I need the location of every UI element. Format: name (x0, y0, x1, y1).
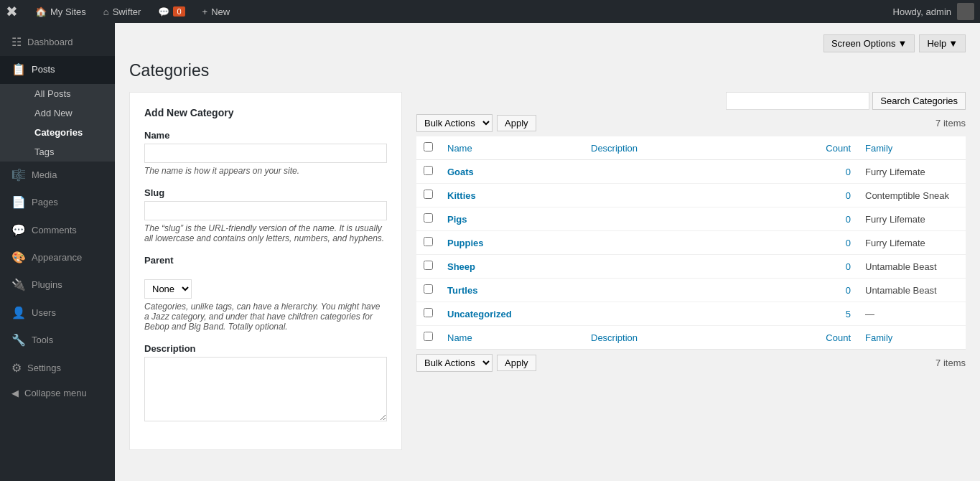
search-input[interactable] (726, 92, 869, 110)
row-checkbox[interactable] (424, 308, 433, 317)
header-count-col: Count (801, 136, 858, 160)
sidebar-sub-add-new[interactable]: Add New (9, 103, 115, 123)
my-sites-label: My Sites (50, 6, 86, 17)
sidebar-item-dashboard[interactable]: ☷ Dashboard (0, 29, 115, 56)
category-name-link[interactable]: Turtles (447, 285, 477, 296)
sidebar-item-appearance[interactable]: 🎨 Appearance (0, 244, 115, 271)
row-count-cell: 0 (801, 184, 858, 207)
row-name-cell: Kitties (440, 184, 584, 207)
slug-label: Slug (144, 187, 387, 198)
sidebar-sub-all-posts[interactable]: All Posts (9, 84, 115, 103)
screen-options-label: Screen Options (831, 38, 896, 49)
row-checkbox[interactable] (424, 261, 433, 270)
table-row: Kitties 0 Contemptible Sneak (416, 184, 966, 207)
collapse-icon: ◀ (11, 388, 19, 398)
footer-family-col: Family (858, 326, 966, 350)
row-checkbox-cell (416, 160, 440, 184)
category-count-link[interactable]: 0 (846, 214, 851, 225)
row-checkbox[interactable] (424, 284, 433, 294)
help-button[interactable]: Help ▼ (919, 34, 966, 52)
category-count-link[interactable]: 0 (846, 238, 851, 248)
family-col-link[interactable]: Family (865, 143, 892, 154)
sidebar-item-users[interactable]: 👤 Users (0, 299, 115, 327)
row-name-cell: Goats (440, 160, 584, 184)
category-family: — (865, 309, 874, 319)
name-field-group: Name The name is how it appears on your … (144, 130, 387, 176)
sidebar-item-pages[interactable]: 📄 Pages (0, 189, 115, 216)
adminbar-right: Howdy, admin (893, 3, 974, 20)
description-col-link[interactable]: Description (591, 143, 638, 154)
help-arrow: ▼ (948, 38, 958, 49)
main-content: Screen Options ▼ Help ▼ Categories Add N… (115, 23, 980, 481)
name-hint: The name is how it appears on your site. (144, 166, 387, 176)
sidebar-sub-categories[interactable]: Categories (9, 123, 115, 142)
category-name-link[interactable]: Goats (447, 167, 474, 177)
sidebar-item-plugins[interactable]: 🔌 Plugins (0, 271, 115, 299)
category-name-link[interactable]: Sheep (447, 261, 475, 272)
parent-label: Parent (144, 255, 387, 266)
sidebar-sub-tags[interactable]: Tags (9, 142, 115, 162)
row-name-cell: Pigs (440, 207, 584, 231)
row-desc-cell (584, 207, 801, 231)
apply-button-top[interactable]: Apply (497, 115, 536, 131)
row-checkbox[interactable] (424, 190, 433, 199)
row-name-cell: Sheep (440, 255, 584, 279)
sidebar-item-comments[interactable]: 💬 Comments (0, 217, 115, 244)
home-icon: ⌂ (103, 6, 109, 17)
category-count-link[interactable]: 0 (846, 167, 851, 177)
sidebar-item-media[interactable]: 🎼 Media (0, 162, 115, 189)
category-name-link[interactable]: Uncategorized (447, 309, 512, 319)
row-desc-cell (584, 184, 801, 207)
category-count-link[interactable]: 0 (846, 285, 851, 296)
category-count-link[interactable]: 0 (846, 261, 851, 272)
sidebar-pages-label: Pages (32, 196, 58, 209)
sidebar-item-tools[interactable]: 🔧 Tools (0, 327, 115, 354)
sidebar-comments-label: Comments (32, 224, 77, 237)
category-count-link[interactable]: 5 (846, 309, 851, 319)
count-col-link[interactable]: Count (826, 143, 851, 154)
category-count-link[interactable]: 0 (846, 190, 851, 201)
table-footer-row: Name Description Count Family (416, 326, 966, 350)
search-categories-button[interactable]: Search Categories (872, 92, 966, 110)
row-checkbox[interactable] (424, 213, 433, 223)
select-all-checkbox-top[interactable] (424, 142, 433, 151)
row-name-cell: Uncategorized (440, 302, 584, 326)
footer-family-col-link[interactable]: Family (865, 332, 892, 343)
collapse-menu[interactable]: ◀ Collapse menu (0, 382, 115, 404)
wp-logo[interactable]: ✖ (6, 3, 18, 20)
name-input[interactable] (144, 144, 387, 163)
parent-select[interactable]: None (144, 279, 192, 299)
name-col-link[interactable]: Name (447, 143, 472, 154)
select-all-checkbox-bottom[interactable] (424, 332, 433, 341)
screen-options-button[interactable]: Screen Options ▼ (823, 34, 915, 52)
category-name-link[interactable]: Puppies (447, 238, 484, 248)
row-name-cell: Puppies (440, 231, 584, 255)
row-checkbox[interactable] (424, 166, 433, 175)
footer-description-col-link[interactable]: Description (591, 332, 638, 343)
category-family: Untamable Beast (865, 261, 937, 272)
site-name-link[interactable]: ⌂ Swifter (95, 0, 150, 23)
category-name-link[interactable]: Kitties (447, 190, 476, 201)
table-header-row: Name Description Count Family (416, 136, 966, 160)
my-sites-menu[interactable]: 🏠 My Sites (27, 0, 95, 23)
apply-button-bottom[interactable]: Apply (497, 355, 536, 371)
footer-count-col-link[interactable]: Count (826, 332, 851, 343)
pages-icon: 📄 (11, 195, 26, 210)
sidebar-item-posts[interactable]: 📋 Posts (0, 56, 115, 83)
desc-textarea[interactable] (144, 357, 387, 421)
footer-count-col: Count (801, 326, 858, 350)
collapse-label: Collapse menu (24, 388, 87, 398)
bulk-actions-select-bottom[interactable]: Bulk Actions (416, 354, 493, 372)
admin-bar: ✖ 🏠 My Sites ⌂ Swifter 💬 0 + New Howdy, … (0, 0, 980, 23)
sidebar-item-settings[interactable]: ⚙ Settings (0, 355, 115, 382)
bulk-actions-select-top[interactable]: Bulk Actions (416, 114, 493, 132)
category-name-link[interactable]: Pigs (447, 214, 467, 225)
row-checkbox[interactable] (424, 237, 433, 246)
parent-hint: Categories, unlike tags, can have a hier… (144, 302, 387, 332)
categories-table: Name Description Count Family (416, 136, 966, 350)
new-content-menu[interactable]: + New (194, 0, 239, 23)
slug-input[interactable] (144, 201, 387, 220)
footer-name-col-link[interactable]: Name (447, 332, 472, 343)
comments-link[interactable]: 💬 0 (149, 0, 193, 23)
help-label: Help (927, 38, 946, 49)
